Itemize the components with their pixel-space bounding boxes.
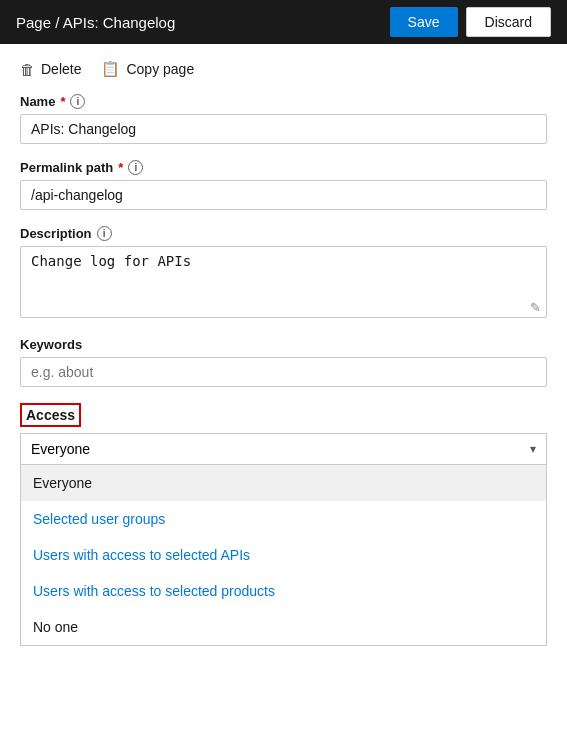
option-selected-user-groups[interactable]: Selected user groups — [21, 501, 546, 537]
dropdown-arrow-icon: ▾ — [530, 442, 536, 456]
access-group: Access Everyone ▾ Everyone Selected user… — [20, 403, 547, 646]
copy-icon: 📋 — [101, 60, 120, 78]
discard-button[interactable]: Discard — [466, 7, 551, 37]
option-users-access-products[interactable]: Users with access to selected products — [21, 573, 546, 609]
access-dropdown-wrapper: Everyone ▾ Everyone Selected user groups… — [20, 433, 547, 646]
access-selected-value: Everyone — [31, 441, 90, 457]
access-label: Access — [20, 403, 81, 427]
option-no-one[interactable]: No one — [21, 609, 546, 645]
access-options-panel: Everyone Selected user groups Users with… — [20, 465, 547, 646]
name-label: Name * i — [20, 94, 547, 109]
save-button[interactable]: Save — [390, 7, 458, 37]
header: Page / APIs: Changelog Save Discard — [0, 0, 567, 44]
name-group: Name * i — [20, 94, 547, 144]
name-input[interactable] — [20, 114, 547, 144]
edit-icon[interactable]: ✎ — [530, 300, 541, 315]
keywords-label: Keywords — [20, 337, 547, 352]
permalink-info-icon[interactable]: i — [128, 160, 143, 175]
permalink-input[interactable] — [20, 180, 547, 210]
option-users-access-apis[interactable]: Users with access to selected APIs — [21, 537, 546, 573]
description-textarea[interactable]: Change log for <span class="desc-link">A… — [20, 246, 547, 318]
permalink-label: Permalink path * i — [20, 160, 547, 175]
delete-label: Delete — [41, 61, 81, 77]
description-wrapper: Change log for <span class="desc-link">A… — [20, 246, 547, 321]
copy-page-label: Copy page — [126, 61, 194, 77]
copy-page-button[interactable]: 📋 Copy page — [101, 60, 194, 78]
header-buttons: Save Discard — [390, 7, 551, 37]
form-area: Name * i Permalink path * i Description … — [0, 86, 567, 682]
permalink-required: * — [118, 160, 123, 175]
option-everyone[interactable]: Everyone — [21, 465, 546, 501]
access-dropdown[interactable]: Everyone ▾ — [20, 433, 547, 465]
delete-button[interactable]: 🗑 Delete — [20, 61, 81, 78]
name-info-icon[interactable]: i — [70, 94, 85, 109]
delete-icon: 🗑 — [20, 61, 35, 78]
keywords-group: Keywords — [20, 337, 547, 387]
permalink-group: Permalink path * i — [20, 160, 547, 210]
toolbar: 🗑 Delete 📋 Copy page — [0, 44, 567, 86]
name-required: * — [60, 94, 65, 109]
description-group: Description i Change log for <span class… — [20, 226, 547, 321]
page-title: Page / APIs: Changelog — [16, 14, 175, 31]
description-info-icon[interactable]: i — [97, 226, 112, 241]
description-label: Description i — [20, 226, 547, 241]
keywords-input[interactable] — [20, 357, 547, 387]
